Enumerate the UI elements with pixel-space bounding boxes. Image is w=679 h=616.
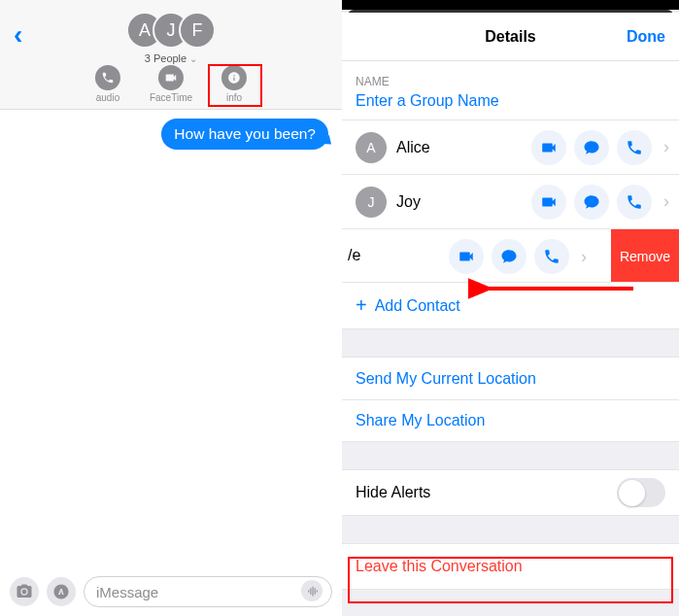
hide-alerts-toggle[interactable] [617, 478, 665, 507]
appstore-icon [52, 583, 70, 600]
section-gap [342, 516, 679, 543]
phone-icon [543, 248, 560, 265]
message-button[interactable] [574, 185, 609, 220]
sent-message[interactable]: How have you been? [161, 119, 328, 150]
name-section-label: NAME [342, 61, 679, 92]
chat-icon [500, 248, 518, 265]
annotation-highlight [348, 557, 673, 603]
video-icon [540, 193, 558, 211]
send-location-button[interactable]: Send My Current Location [342, 357, 679, 399]
chat-icon [583, 193, 600, 211]
video-call-button[interactable] [449, 239, 484, 274]
message-button[interactable] [492, 239, 526, 274]
phone-icon [626, 193, 643, 211]
annotation-arrow [468, 275, 643, 304]
contact-row[interactable]: A Alice › [342, 120, 679, 174]
status-gap [342, 0, 679, 10]
contact-name: Alice [396, 139, 531, 156]
back-button[interactable]: ‹ [14, 19, 22, 51]
app-store-button[interactable] [47, 577, 76, 606]
compose-bar: iMessage [0, 571, 342, 612]
avatar: A [356, 132, 387, 163]
people-count[interactable]: 3 People ⌄ [145, 52, 198, 64]
avatar: F [179, 12, 216, 49]
page-title: Details [485, 28, 535, 46]
done-button[interactable]: Done [627, 28, 665, 46]
video-call-button[interactable] [531, 185, 566, 220]
annotation-highlight [208, 64, 262, 107]
section-gap [342, 442, 679, 469]
group-avatars[interactable]: A J F [126, 12, 216, 49]
chat-icon [583, 139, 600, 156]
hide-alerts-label: Hide Alerts [356, 484, 430, 501]
contact-name: Joy [396, 193, 531, 211]
contact-row[interactable]: J Joy › [342, 174, 679, 228]
details-header: Details Done [342, 13, 679, 61]
chevron-right-icon: › [663, 191, 669, 212]
video-icon [458, 248, 475, 265]
video-icon [540, 139, 558, 156]
chevron-right-icon: › [663, 137, 669, 157]
waveform-icon [306, 585, 319, 598]
message-input[interactable]: iMessage [84, 576, 332, 607]
call-button[interactable] [617, 185, 652, 220]
section-gap [342, 329, 679, 357]
conversation-header: ‹ A J F 3 People ⌄ audio FaceTime [0, 0, 342, 110]
video-icon [158, 65, 184, 90]
call-button[interactable] [617, 130, 652, 165]
phone-icon [626, 139, 643, 156]
input-placeholder: iMessage [96, 584, 158, 600]
call-button[interactable] [534, 239, 569, 274]
group-name-input[interactable]: Enter a Group Name [342, 92, 679, 120]
share-location-button[interactable]: Share My Location [342, 399, 679, 442]
camera-button[interactable] [10, 577, 39, 606]
message-button[interactable] [574, 130, 609, 165]
swiped-name-visible: /e [348, 247, 360, 264]
chevron-right-icon: › [581, 247, 587, 267]
voice-record-button[interactable] [301, 580, 323, 601]
video-call-button[interactable] [531, 130, 566, 165]
facetime-button[interactable]: FaceTime [150, 65, 192, 103]
audio-button[interactable]: audio [95, 65, 120, 103]
plus-icon: + [356, 294, 367, 317]
phone-icon [95, 65, 120, 90]
hide-alerts-row: Hide Alerts [342, 469, 679, 516]
camera-icon [16, 583, 33, 600]
avatar: J [356, 187, 387, 218]
